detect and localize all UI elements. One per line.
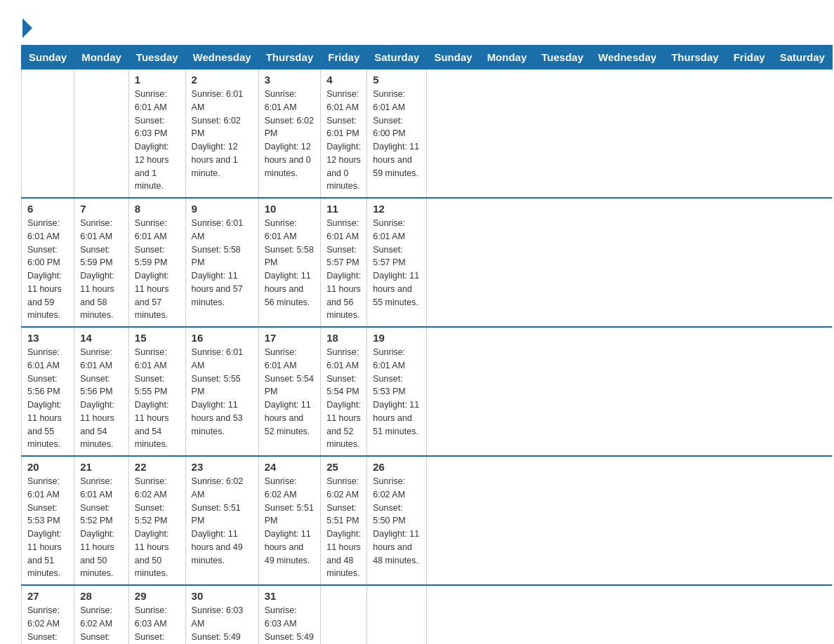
calendar-cell: 9Sunrise: 6:01 AM Sunset: 5:58 PM Daylig… (185, 198, 258, 327)
day-number: 3 (265, 74, 315, 86)
day-info: Sunrise: 6:02 AM Sunset: 5:51 PM Dayligh… (265, 475, 315, 567)
calendar-cell: 6Sunrise: 6:01 AM Sunset: 6:00 PM Daylig… (22, 198, 74, 327)
day-info: Sunrise: 6:01 AM Sunset: 5:53 PM Dayligh… (27, 475, 68, 580)
calendar-cell: 1Sunrise: 6:01 AM Sunset: 6:03 PM Daylig… (128, 69, 185, 199)
header-wednesday: Wednesday (185, 46, 258, 69)
day-info: Sunrise: 6:01 AM Sunset: 5:54 PM Dayligh… (265, 346, 315, 438)
calendar-cell: 12Sunrise: 6:01 AM Sunset: 5:57 PM Dayli… (367, 198, 427, 327)
calendar-cell: 21Sunrise: 6:01 AM Sunset: 5:52 PM Dayli… (74, 456, 129, 585)
day-number: 14 (80, 332, 123, 344)
day-info: Sunrise: 6:01 AM Sunset: 5:53 PM Dayligh… (373, 346, 421, 438)
day-number: 20 (27, 461, 68, 473)
calendar-cell: 3Sunrise: 6:01 AM Sunset: 6:02 PM Daylig… (258, 69, 321, 199)
day-info: Sunrise: 6:02 AM Sunset: 5:52 PM Dayligh… (135, 475, 180, 580)
day-info: Sunrise: 6:01 AM Sunset: 6:02 PM Dayligh… (265, 88, 315, 180)
header-thursday: Thursday (664, 46, 727, 69)
day-number: 23 (192, 461, 253, 473)
day-number: 7 (80, 203, 123, 215)
day-info: Sunrise: 6:01 AM Sunset: 5:56 PM Dayligh… (27, 346, 68, 451)
day-number: 2 (192, 74, 253, 86)
day-number: 18 (326, 332, 361, 344)
day-number: 29 (135, 590, 180, 602)
day-info: Sunrise: 6:01 AM Sunset: 5:54 PM Dayligh… (326, 346, 361, 451)
day-number: 10 (265, 203, 315, 215)
calendar-cell (367, 585, 427, 644)
day-number: 28 (80, 590, 123, 602)
calendar-cell: 8Sunrise: 6:01 AM Sunset: 5:59 PM Daylig… (128, 198, 185, 327)
calendar-cell: 25Sunrise: 6:02 AM Sunset: 5:51 PM Dayli… (321, 456, 367, 585)
header-tuesday: Tuesday (128, 46, 185, 69)
calendar-cell: 15Sunrise: 6:01 AM Sunset: 5:55 PM Dayli… (128, 327, 185, 456)
day-number: 19 (373, 332, 421, 344)
calendar-cell: 26Sunrise: 6:02 AM Sunset: 5:50 PM Dayli… (367, 456, 427, 585)
calendar-cell (22, 69, 74, 199)
day-info: Sunrise: 6:01 AM Sunset: 5:57 PM Dayligh… (326, 217, 361, 322)
logo (21, 21, 32, 38)
calendar-cell: 13Sunrise: 6:01 AM Sunset: 5:56 PM Dayli… (22, 327, 74, 456)
calendar-cell: 2Sunrise: 6:01 AM Sunset: 6:02 PM Daylig… (185, 69, 258, 199)
day-number: 25 (326, 461, 361, 473)
calendar-cell: 17Sunrise: 6:01 AM Sunset: 5:54 PM Dayli… (258, 327, 321, 456)
day-number: 8 (135, 203, 180, 215)
day-number: 13 (27, 332, 68, 344)
calendar-week-3: 13Sunrise: 6:01 AM Sunset: 5:56 PM Dayli… (22, 327, 833, 456)
calendar-cell: 20Sunrise: 6:01 AM Sunset: 5:53 PM Dayli… (22, 456, 74, 585)
day-number: 24 (265, 461, 315, 473)
day-info: Sunrise: 6:01 AM Sunset: 5:58 PM Dayligh… (265, 217, 315, 309)
logo-triangle-icon (22, 18, 32, 38)
calendar-cell: 14Sunrise: 6:01 AM Sunset: 5:56 PM Dayli… (74, 327, 129, 456)
day-info: Sunrise: 6:01 AM Sunset: 5:55 PM Dayligh… (135, 346, 180, 451)
calendar-cell: 7Sunrise: 6:01 AM Sunset: 5:59 PM Daylig… (74, 198, 129, 327)
day-info: Sunrise: 6:01 AM Sunset: 6:03 PM Dayligh… (135, 88, 180, 193)
day-info: Sunrise: 6:02 AM Sunset: 5:50 PM Dayligh… (80, 604, 123, 644)
day-info: Sunrise: 6:02 AM Sunset: 5:50 PM Dayligh… (373, 475, 421, 567)
day-info: Sunrise: 6:01 AM Sunset: 5:59 PM Dayligh… (135, 217, 180, 322)
day-info: Sunrise: 6:01 AM Sunset: 6:00 PM Dayligh… (373, 88, 421, 180)
header-monday: Monday (479, 46, 534, 69)
header-saturday: Saturday (367, 46, 427, 69)
header-tuesday: Tuesday (534, 46, 591, 69)
calendar-cell: 16Sunrise: 6:01 AM Sunset: 5:55 PM Dayli… (185, 327, 258, 456)
calendar-cell: 4Sunrise: 6:01 AM Sunset: 6:01 PM Daylig… (321, 69, 367, 199)
day-number: 9 (192, 203, 253, 215)
calendar-week-4: 20Sunrise: 6:01 AM Sunset: 5:53 PM Dayli… (22, 456, 833, 585)
calendar-cell: 18Sunrise: 6:01 AM Sunset: 5:54 PM Dayli… (321, 327, 367, 456)
day-number: 1 (135, 74, 180, 86)
day-number: 26 (373, 461, 421, 473)
day-info: Sunrise: 6:01 AM Sunset: 5:52 PM Dayligh… (80, 475, 123, 580)
calendar-cell: 23Sunrise: 6:02 AM Sunset: 5:51 PM Dayli… (185, 456, 258, 585)
page-header (21, 14, 813, 38)
day-number: 5 (373, 74, 421, 86)
day-info: Sunrise: 6:03 AM Sunset: 5:49 PM Dayligh… (265, 604, 315, 644)
day-number: 31 (265, 590, 315, 602)
calendar-cell: 30Sunrise: 6:03 AM Sunset: 5:49 PM Dayli… (185, 585, 258, 644)
day-number: 16 (192, 332, 253, 344)
day-number: 15 (135, 332, 180, 344)
calendar-cell: 22Sunrise: 6:02 AM Sunset: 5:52 PM Dayli… (128, 456, 185, 585)
day-info: Sunrise: 6:01 AM Sunset: 6:02 PM Dayligh… (192, 88, 253, 180)
calendar-week-5: 27Sunrise: 6:02 AM Sunset: 5:50 PM Dayli… (22, 585, 833, 644)
calendar-cell: 29Sunrise: 6:03 AM Sunset: 5:49 PM Dayli… (128, 585, 185, 644)
day-info: Sunrise: 6:01 AM Sunset: 5:56 PM Dayligh… (80, 346, 123, 451)
day-number: 22 (135, 461, 180, 473)
day-info: Sunrise: 6:02 AM Sunset: 5:50 PM Dayligh… (27, 604, 68, 644)
calendar-week-2: 6Sunrise: 6:01 AM Sunset: 6:00 PM Daylig… (22, 198, 833, 327)
header-sunday: Sunday (427, 46, 479, 69)
day-number: 11 (326, 203, 361, 215)
day-number: 6 (27, 203, 68, 215)
day-number: 12 (373, 203, 421, 215)
calendar-cell: 24Sunrise: 6:02 AM Sunset: 5:51 PM Dayli… (258, 456, 321, 585)
calendar-table: SundayMondayTuesdayWednesdayThursdayFrid… (21, 45, 833, 644)
header-sunday: Sunday (22, 46, 74, 69)
header-friday: Friday (321, 46, 367, 69)
day-number: 21 (80, 461, 123, 473)
header-wednesday: Wednesday (591, 46, 664, 69)
calendar-cell: 5Sunrise: 6:01 AM Sunset: 6:00 PM Daylig… (367, 69, 427, 199)
day-info: Sunrise: 6:02 AM Sunset: 5:51 PM Dayligh… (326, 475, 361, 580)
day-info: Sunrise: 6:03 AM Sunset: 5:49 PM Dayligh… (135, 604, 180, 644)
day-number: 4 (326, 74, 361, 86)
day-info: Sunrise: 6:01 AM Sunset: 5:55 PM Dayligh… (192, 346, 253, 438)
day-info: Sunrise: 6:01 AM Sunset: 6:00 PM Dayligh… (27, 217, 68, 322)
day-info: Sunrise: 6:01 AM Sunset: 6:01 PM Dayligh… (326, 88, 361, 193)
day-info: Sunrise: 6:01 AM Sunset: 5:58 PM Dayligh… (192, 217, 253, 309)
